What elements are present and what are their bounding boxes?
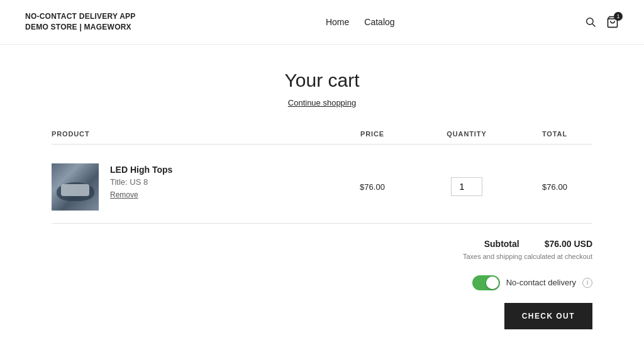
no-contact-delivery-option: No-contact delivery i	[472, 275, 592, 290]
cart-page: Your cart Continue shopping PRODUCT PRIC…	[39, 45, 605, 362]
product-thumbnail	[52, 163, 99, 211]
subtotal-label: Subtotal	[484, 239, 519, 249]
cart-icon[interactable]: 1	[606, 16, 619, 28]
col-total: TOTAL	[517, 130, 592, 138]
site-header: NO-CONTACT DELIVERY APP DEMO STORE | MAG…	[0, 0, 644, 45]
no-contact-toggle[interactable]	[472, 275, 500, 290]
main-nav: Home Catalog	[326, 17, 395, 27]
continue-shopping-link[interactable]: Continue shopping	[288, 98, 356, 107]
product-details: LED High Tops Title: US 8 Remove	[110, 163, 172, 199]
site-logo: NO-CONTACT DELIVERY APP DEMO STORE | MAG…	[25, 11, 136, 33]
toggle-knob	[486, 277, 499, 289]
product-info: LED High Tops Title: US 8 Remove	[52, 163, 328, 211]
subtotal-note: Taxes and shipping calculated at checkou…	[463, 253, 592, 260]
svg-point-0	[587, 18, 594, 25]
col-price: PRICE	[328, 130, 416, 138]
cart-table-header: PRODUCT PRICE QUANTITY TOTAL	[52, 130, 592, 145]
product-name: LED High Tops	[110, 165, 172, 175]
svg-line-1	[592, 24, 596, 27]
nav-home[interactable]: Home	[326, 17, 349, 27]
item-price: $76.00	[328, 182, 416, 192]
cart-badge: 1	[614, 12, 623, 21]
table-row: LED High Tops Title: US 8 Remove $76.00 …	[52, 151, 592, 224]
quantity-wrapper	[416, 177, 517, 196]
quantity-input[interactable]	[451, 177, 482, 196]
product-variant: Title: US 8	[110, 177, 172, 187]
delivery-label: No-contact delivery	[506, 278, 576, 287]
col-quantity: QUANTITY	[416, 130, 517, 138]
remove-button[interactable]: Remove	[110, 189, 172, 199]
header-icons: 1	[585, 16, 619, 28]
subtotal-value: $76.00 USD	[545, 239, 592, 249]
delivery-info-icon[interactable]: i	[582, 278, 592, 288]
cart-title: Your cart	[52, 70, 592, 91]
nav-catalog[interactable]: Catalog	[364, 17, 394, 27]
item-total: $76.00	[517, 182, 592, 192]
col-product: PRODUCT	[52, 130, 328, 138]
logo-line1: NO-CONTACT DELIVERY APP	[25, 12, 136, 21]
continue-shopping-wrapper: Continue shopping	[52, 97, 592, 107]
subtotal-row: Subtotal $76.00 USD	[484, 239, 592, 249]
checkout-button[interactable]: CHECK OUT	[504, 303, 592, 329]
search-icon[interactable]	[585, 16, 596, 28]
cart-summary: Subtotal $76.00 USD Taxes and shipping c…	[52, 239, 592, 329]
logo-line2: DEMO STORE | MAGEWORX	[25, 23, 131, 31]
